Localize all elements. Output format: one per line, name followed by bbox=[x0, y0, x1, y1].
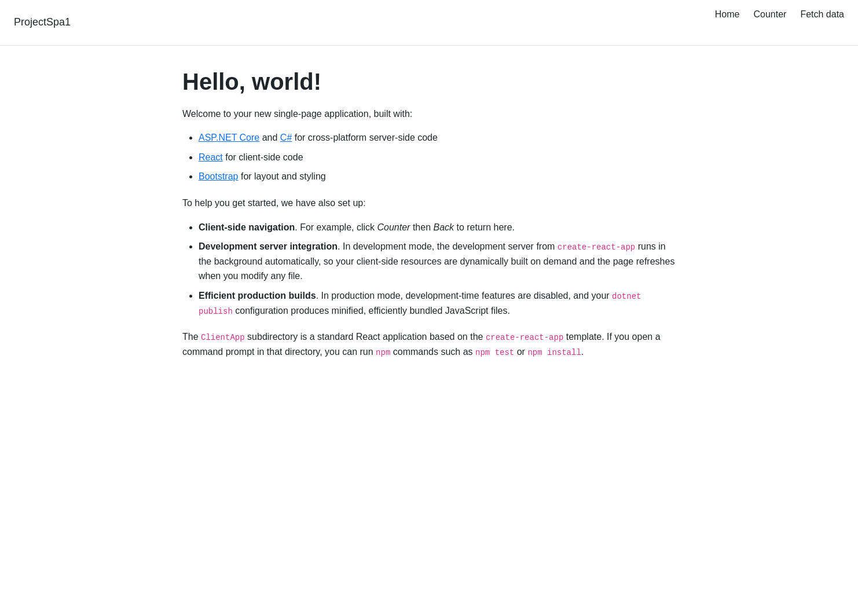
text-and: and bbox=[259, 133, 280, 142]
list-item-aspnet: ASP.NET Core and C# for cross-platform s… bbox=[199, 130, 676, 145]
navbar-brand[interactable]: ProjectSpa1 bbox=[14, 16, 71, 28]
nav-link-fetchdata[interactable]: Fetch data bbox=[800, 9, 844, 19]
text-prod-builds-1: . In production mode, development-time f… bbox=[316, 291, 612, 300]
page-heading: Hello, world! bbox=[182, 69, 676, 95]
intro-paragraph: Welcome to your new single-page applicat… bbox=[182, 107, 676, 122]
link-bootstrap[interactable]: Bootstrap bbox=[199, 171, 238, 181]
also-setup-intro: To help you get started, we have also se… bbox=[182, 196, 676, 211]
footer-text-2: subdirectory is a standard React applica… bbox=[245, 332, 486, 342]
list-item-prod-builds: Efficient production builds. In producti… bbox=[199, 288, 676, 318]
list-item-bootstrap: Bootstrap for layout and styling bbox=[199, 169, 676, 184]
footer-text-5: or bbox=[514, 347, 527, 357]
navbar: ProjectSpa1 Home Counter Fetch data bbox=[0, 0, 858, 46]
nav-item-home: Home bbox=[715, 7, 740, 22]
text-client-nav-1: . For example, click bbox=[295, 222, 377, 232]
italic-back: Back bbox=[433, 222, 454, 232]
nav-item-fetchdata: Fetch data bbox=[800, 7, 844, 22]
text-prod-builds-2: configuration produces minified, efficie… bbox=[233, 306, 510, 316]
navbar-nav: Home Counter Fetch data bbox=[699, 7, 844, 27]
text-dev-server-1: . In development mode, the development s… bbox=[338, 241, 558, 251]
list-item-react: React for client-side code bbox=[199, 150, 676, 165]
link-csharp[interactable]: C# bbox=[280, 133, 292, 142]
text-client-nav-2: then bbox=[410, 222, 433, 232]
code-npm: npm bbox=[376, 348, 390, 357]
footer-paragraph: The ClientApp subdirectory is a standard… bbox=[182, 329, 676, 359]
nav-item-counter: Counter bbox=[753, 7, 786, 22]
nav-link-home[interactable]: Home bbox=[715, 9, 740, 19]
code-create-react-app: create-react-app bbox=[558, 243, 635, 252]
nav-link-counter[interactable]: Counter bbox=[753, 9, 786, 19]
built-with-list: ASP.NET Core and C# for cross-platform s… bbox=[182, 130, 676, 184]
footer-text-1: The bbox=[182, 332, 201, 342]
footer-text-6: . bbox=[581, 347, 584, 357]
italic-counter: Counter bbox=[377, 222, 410, 232]
code-npm-install: npm install bbox=[527, 348, 581, 357]
text-react-rest: for client-side code bbox=[223, 152, 303, 162]
text-aspnet-rest: for cross-platform server-side code bbox=[292, 133, 438, 142]
bold-client-nav: Client-side navigation bbox=[199, 222, 295, 232]
code-npm-test: npm test bbox=[475, 348, 514, 357]
link-aspnet-core[interactable]: ASP.NET Core bbox=[199, 133, 259, 142]
also-setup-list: Client-side navigation. For example, cli… bbox=[182, 220, 676, 318]
code-clientapp: ClientApp bbox=[201, 333, 245, 342]
text-bootstrap-rest: for layout and styling bbox=[238, 171, 325, 181]
footer-text-4: commands such as bbox=[390, 347, 475, 357]
list-item-client-nav: Client-side navigation. For example, cli… bbox=[199, 220, 676, 235]
main-content: Hello, world! Welcome to your new single… bbox=[168, 46, 690, 392]
list-item-dev-server: Development server integration. In devel… bbox=[199, 239, 676, 284]
bold-dev-server: Development server integration bbox=[199, 241, 338, 251]
bold-prod-builds: Efficient production builds bbox=[199, 291, 316, 300]
link-react[interactable]: React bbox=[199, 152, 223, 162]
text-client-nav-3: to return here. bbox=[454, 222, 515, 232]
code-create-react-app-2: create-react-app bbox=[486, 333, 563, 342]
